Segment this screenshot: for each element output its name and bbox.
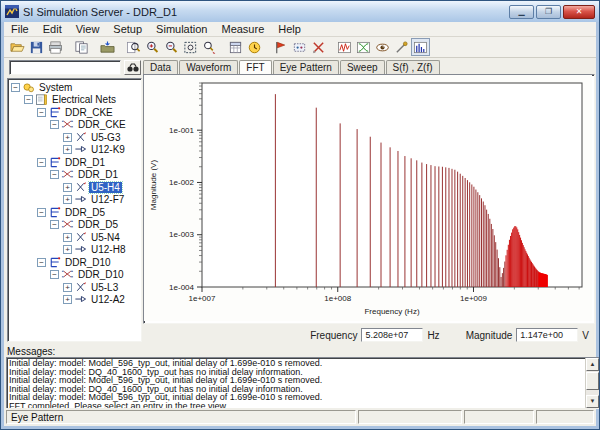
open-icon[interactable] — [8, 38, 27, 56]
tree-label[interactable]: DDR_D1 — [76, 169, 120, 180]
export-icon[interactable] — [98, 38, 117, 56]
collapse-icon[interactable]: − — [50, 270, 59, 279]
tree-label[interactable]: U12-K9 — [89, 144, 127, 155]
tree-label[interactable]: U12-H8 — [89, 244, 127, 255]
status-seg-2 — [464, 410, 534, 424]
tab-eye-pattern[interactable]: Eye Pattern — [273, 60, 339, 75]
tree-label[interactable]: U5-H4 — [89, 182, 122, 193]
tree-item-electrical-nets[interactable]: −Electrical Nets — [8, 94, 141, 107]
report-icon[interactable] — [226, 38, 245, 56]
copy-icon[interactable] — [72, 38, 91, 56]
tree-label[interactable]: DDR_D5 — [76, 219, 120, 230]
tree-label[interactable]: U12-F7 — [89, 194, 126, 205]
expand-icon[interactable]: + — [63, 245, 72, 254]
expand-icon[interactable]: + — [63, 233, 72, 242]
close-button[interactable]: ✕ — [563, 5, 595, 19]
tree-item-ddr-d1[interactable]: −DDR_D1 — [8, 156, 141, 169]
tree-label[interactable]: DDR_CKE — [76, 119, 128, 130]
collapse-icon[interactable]: − — [37, 158, 46, 167]
collapse-icon[interactable]: − — [37, 208, 46, 217]
tree-item-system[interactable]: −System — [8, 81, 141, 94]
tab-s-f-z-f-[interactable]: S(f) , Z(f) — [386, 60, 440, 75]
tree-label[interactable]: U5-G3 — [89, 132, 122, 143]
tree-label[interactable]: System — [37, 82, 74, 93]
collapse-icon[interactable]: − — [37, 108, 46, 117]
zoom-out-icon[interactable] — [162, 38, 181, 56]
tab-sweep[interactable]: Sweep — [340, 60, 385, 75]
messages-scrollbar[interactable]: ▲ ▼ — [585, 358, 599, 408]
menu-file[interactable]: File — [4, 22, 36, 36]
tree-item-u12-k9[interactable]: +U12-K9 — [8, 144, 141, 157]
collapse-icon[interactable]: − — [50, 120, 59, 129]
zoom-region-icon[interactable] — [124, 38, 143, 56]
plot-fft-icon[interactable] — [411, 38, 430, 56]
scroll-up-icon[interactable]: ▲ — [586, 358, 599, 371]
print-icon[interactable] — [46, 38, 65, 56]
tree-item-ddr-d10[interactable]: −DDR_D10 — [8, 269, 141, 282]
tree-label[interactable]: DDR_CKE — [63, 107, 115, 118]
tree-label[interactable]: DDR_D10 — [63, 257, 113, 268]
maximize-button[interactable]: ❐ — [536, 5, 561, 19]
tree-item-u5-h4[interactable]: +U5-H4 — [8, 181, 141, 194]
options-icon[interactable] — [290, 38, 309, 56]
tab-data[interactable]: Data — [143, 60, 178, 75]
plot-eye-icon[interactable] — [354, 38, 373, 56]
tree-item-ddr-d10[interactable]: −DDR_D10 — [8, 256, 141, 269]
collapse-icon[interactable]: − — [11, 83, 20, 92]
menu-bar: FileEditViewSetupSimulationMeasureHelp — [4, 22, 596, 37]
tree-label[interactable]: DDR_D10 — [76, 269, 126, 280]
tree-item-ddr-d1[interactable]: −DDR_D1 — [8, 169, 141, 182]
menu-edit[interactable]: Edit — [36, 22, 69, 36]
tree-item-ddr-cke[interactable]: −DDR_CKE — [8, 106, 141, 119]
expand-icon[interactable]: + — [63, 183, 72, 192]
scroll-thumb[interactable] — [586, 372, 599, 390]
scroll-down-icon[interactable]: ▼ — [586, 395, 599, 408]
zoom-select-icon[interactable] — [200, 38, 219, 56]
plot-waveform-icon[interactable] — [335, 38, 354, 56]
menu-help[interactable]: Help — [271, 22, 308, 36]
title-bar[interactable]: SI Simulation Server - DDR_D1 ▁ ❐ ✕ — [1, 1, 599, 22]
tree-label[interactable]: U12-A2 — [89, 294, 127, 305]
net-icon — [48, 206, 61, 219]
search-input[interactable] — [9, 60, 121, 75]
save-icon[interactable] — [27, 38, 46, 56]
tree-item-u5-l3[interactable]: +U5-L3 — [8, 281, 141, 294]
expand-icon[interactable]: + — [63, 145, 72, 154]
view-eye-icon[interactable] — [373, 38, 392, 56]
run-icon[interactable] — [271, 38, 290, 56]
zoom-in-icon[interactable] — [143, 38, 162, 56]
collapse-icon[interactable]: − — [50, 220, 59, 229]
collapse-icon[interactable]: − — [37, 258, 46, 267]
minimize-button[interactable]: ▁ — [509, 5, 534, 19]
zoom-fit-icon[interactable] — [181, 38, 200, 56]
tree-item-u12-h8[interactable]: +U12-H8 — [8, 244, 141, 257]
menu-simulation[interactable]: Simulation — [149, 22, 214, 36]
tree-label[interactable]: DDR_D1 — [63, 157, 107, 168]
tree-item-u5-g3[interactable]: +U5-G3 — [8, 131, 141, 144]
expand-icon[interactable]: + — [63, 283, 72, 292]
tree-item-u5-n4[interactable]: +U5-N4 — [8, 231, 141, 244]
fft-chart-panel[interactable]: 1e+0071e+0081e+0091e-0011e-0021e-0031e-0… — [143, 74, 595, 324]
tree-item-ddr-cke[interactable]: −DDR_CKE — [8, 119, 141, 132]
tree-label[interactable]: U5-L3 — [89, 282, 120, 293]
tree-label[interactable]: Electrical Nets — [50, 94, 118, 105]
probe-icon[interactable] — [392, 38, 411, 56]
menu-measure[interactable]: Measure — [214, 22, 271, 36]
expand-icon[interactable]: + — [63, 195, 72, 204]
tree-label[interactable]: U5-N4 — [89, 232, 122, 243]
tree-item-u12-a2[interactable]: +U12-A2 — [8, 294, 141, 307]
tools-icon[interactable] — [309, 38, 328, 56]
expand-icon[interactable]: + — [63, 133, 72, 142]
expand-icon[interactable]: + — [63, 295, 72, 304]
menu-setup[interactable]: Setup — [106, 22, 149, 36]
collapse-icon[interactable]: − — [50, 170, 59, 179]
find-button[interactable] — [124, 60, 141, 75]
tree-item-ddr-d5[interactable]: −DDR_D5 — [8, 206, 141, 219]
tree-item-u12-f7[interactable]: +U12-F7 — [8, 194, 141, 207]
menu-view[interactable]: View — [69, 22, 107, 36]
tree-label[interactable]: DDR_D5 — [63, 207, 107, 218]
tab-waveform[interactable]: Waveform — [179, 60, 238, 75]
collapse-icon[interactable]: − — [24, 95, 33, 104]
tree-item-ddr-d5[interactable]: −DDR_D5 — [8, 219, 141, 232]
clock-icon[interactable] — [245, 38, 264, 56]
